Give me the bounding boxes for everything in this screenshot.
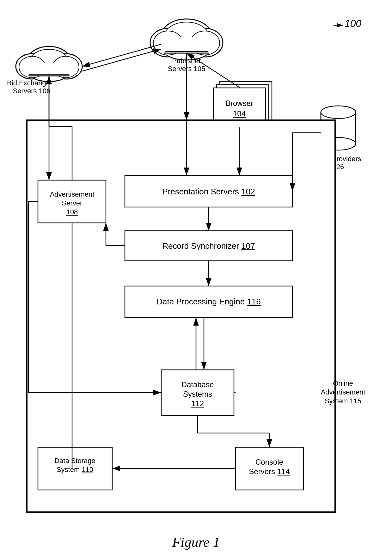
svg-text:Advertisement: Advertisement	[321, 388, 365, 396]
svg-text:Data Processing Engine 116: Data Processing Engine 116	[156, 297, 261, 306]
bid-exchange-cloud: Bid Exchange Servers 106	[7, 46, 82, 95]
svg-text:Server: Server	[62, 199, 83, 207]
svg-text:System 115: System 115	[325, 397, 361, 405]
svg-text:Presentation Servers 102: Presentation Servers 102	[162, 187, 255, 196]
svg-text:Servers 114: Servers 114	[249, 467, 290, 476]
svg-text:Advertisement: Advertisement	[50, 190, 95, 198]
diagram-number: 100	[345, 18, 362, 29]
svg-point-37	[321, 106, 356, 119]
svg-text:Online: Online	[333, 379, 353, 387]
svg-text:Database: Database	[181, 380, 214, 389]
svg-text:Bid Exchange: Bid Exchange	[7, 79, 50, 87]
svg-text:Record Synchronizer 107: Record Synchronizer 107	[162, 241, 255, 251]
svg-text:System 110: System 110	[57, 466, 93, 474]
svg-line-59	[82, 49, 161, 71]
svg-text:104: 104	[233, 109, 246, 118]
svg-rect-22	[28, 63, 71, 76]
svg-rect-10	[163, 37, 210, 53]
svg-text:112: 112	[191, 399, 204, 408]
svg-text:Console: Console	[255, 458, 283, 466]
svg-line-58	[82, 44, 161, 66]
diagram-container: 100 Publisher Servers 105	[0, 0, 392, 556]
svg-text:108: 108	[66, 208, 78, 216]
figure-label: Figure 1	[172, 535, 220, 550]
svg-text:Browser: Browser	[225, 99, 253, 107]
svg-text:Systems: Systems	[183, 390, 212, 398]
svg-text:Servers 106: Servers 106	[13, 87, 51, 95]
svg-text:Data Storage: Data Storage	[54, 457, 95, 465]
